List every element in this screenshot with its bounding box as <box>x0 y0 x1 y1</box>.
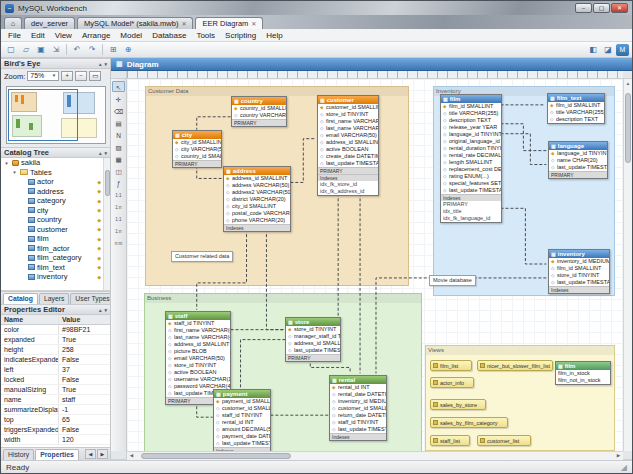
property-row-name[interactable]: namestaff <box>1 395 110 405</box>
table-city[interactable]: ▦city◆city_id SMALLINT◇city VARCHAR(50)◇… <box>172 130 222 168</box>
routine-group-film[interactable]: ▦filmfilm_in_stockfilm_not_in_stock <box>555 361 611 385</box>
table-header[interactable]: ▦store <box>286 318 340 326</box>
note-customer-related-data[interactable]: Customer related data <box>171 251 233 262</box>
horizontal-scrollbar[interactable]: ◀ ▶ <box>127 451 623 460</box>
tab-history[interactable]: History <box>3 449 34 460</box>
tree-table-customer[interactable]: customer◆ <box>1 225 110 235</box>
export-icon[interactable]: ⇲ <box>49 43 63 56</box>
table-header[interactable]: ▦address <box>224 167 290 175</box>
tree-table-city[interactable]: city◆ <box>1 206 110 216</box>
table-header[interactable]: ▦inventory <box>549 250 609 258</box>
table-country[interactable]: ▦country◆country_id SMALLINT◇country VAR… <box>231 96 287 127</box>
tab-catalog[interactable]: Catalog <box>3 293 38 304</box>
menu-edit[interactable]: Edit <box>26 29 50 42</box>
new-document-icon[interactable]: ▢ <box>4 43 18 56</box>
property-row-locked[interactable]: lockedFalse <box>1 375 110 385</box>
collapse-icon[interactable]: ▴ <box>99 307 102 313</box>
view-customer-list[interactable]: customer_list <box>477 435 531 446</box>
tree-folder-tables[interactable]: ▾Tables <box>1 168 110 178</box>
table-film[interactable]: ▦film◆film_id SMALLINT◇title VARCHAR(255… <box>440 94 502 223</box>
table-header[interactable]: ▦customer <box>318 96 378 104</box>
tab-scroll-right-icon[interactable]: ▶ <box>97 449 108 459</box>
table-address[interactable]: ▦address◆address_id SMALLINT◇address VAR… <box>223 166 291 232</box>
menu-scripting[interactable]: Scripting <box>220 29 261 42</box>
table-film-text[interactable]: ▦film_text◆film_id SMALLINT◇title VARCHA… <box>547 93 605 124</box>
rel-1-n-identifying-tool[interactable]: 1:n <box>112 225 125 236</box>
resize-grip[interactable]: ◢ <box>621 463 627 472</box>
tree-table-actor[interactable]: actor◆ <box>1 177 110 187</box>
table-header[interactable]: ▦film <box>556 362 610 370</box>
view-film-list[interactable]: film_list <box>430 360 472 371</box>
app-tab-mysql-model-sakila-mwb[interactable]: MySQL Model* (sakila.mwb)✕ <box>77 17 193 29</box>
properties-panel-header[interactable]: Properties Editor ▴▾ <box>1 304 110 315</box>
property-row-triggersexpanded[interactable]: triggersExpandedFalse <box>1 425 110 435</box>
catalog-tree-scrollbar[interactable] <box>103 158 110 290</box>
table-header[interactable]: ▦country <box>232 97 286 105</box>
tree-table-film[interactable]: film◆ <box>1 234 110 244</box>
property-row-width[interactable]: width120 <box>1 435 110 445</box>
image-tool[interactable]: ▨ <box>112 141 125 152</box>
mysql-logo-icon[interactable]: M <box>616 44 629 56</box>
eraser-tool[interactable]: ⌫ <box>112 105 125 116</box>
toggle-sidebar-icon[interactable]: ◧ <box>586 43 600 56</box>
tab-scroll-left-icon[interactable]: ◀ <box>85 449 96 459</box>
table-payment[interactable]: ▦payment◆payment_id SMALLINT◇customer_id… <box>213 389 271 451</box>
menu-arrange[interactable]: Arrange <box>77 29 115 42</box>
tab-layers[interactable]: Layers <box>39 293 69 304</box>
menu-file[interactable]: File <box>3 29 26 42</box>
undo-icon[interactable]: ↶ <box>70 43 84 56</box>
scrollbar-thumb[interactable] <box>141 453 291 459</box>
property-row-summarizedisplay[interactable]: summarizeDisplay-1 <box>1 405 110 415</box>
note-movie-database[interactable]: Movie database <box>429 275 476 286</box>
property-row-manualsizing[interactable]: manualSizingTrue <box>1 385 110 395</box>
table-store[interactable]: ▦store◆store_id TINYINT◇manager_staff_id… <box>285 317 341 362</box>
view-sales-by-store[interactable]: sales_by_store <box>430 399 486 410</box>
maximize-button[interactable]: ▢ <box>593 3 610 13</box>
table-inventory[interactable]: ▦inventory◆inventory_id MEDIUMINT◇film_i… <box>548 249 610 294</box>
scroll-up-icon[interactable]: ▲ <box>624 79 632 88</box>
tree-table-inventory[interactable]: inventory◆ <box>1 272 110 282</box>
scrollbar-thumb[interactable] <box>105 170 110 196</box>
property-row-indicatesexpanded[interactable]: indicatesExpandedFalse <box>1 355 110 365</box>
table-header[interactable]: ▦film_text <box>548 94 604 102</box>
close-button[interactable]: ✕ <box>611 3 628 13</box>
view-staff-list[interactable]: staff_list <box>430 435 470 446</box>
menu-database[interactable]: Database <box>147 29 191 42</box>
view-sales-by-film-category[interactable]: sales_by_film_category <box>430 417 508 428</box>
menu-model[interactable]: Model <box>115 29 147 42</box>
table-tool[interactable]: ▦ <box>112 153 125 164</box>
tree-expander-icon[interactable]: ▾ <box>11 169 18 175</box>
view-tool[interactable]: ◫ <box>112 165 125 176</box>
routine-group-tool[interactable]: ƒ <box>112 177 125 188</box>
expand-icon[interactable]: ▾ <box>104 150 107 156</box>
table-language[interactable]: ▦language◆language_id TINYINT◇name CHAR(… <box>548 141 608 179</box>
table-header[interactable]: ▦city <box>173 131 221 139</box>
scroll-right-icon[interactable]: ▶ <box>614 452 623 460</box>
scrollbar-thumb[interactable] <box>625 93 631 163</box>
vertical-scrollbar[interactable]: ▲ <box>623 79 632 451</box>
app-tab-eer-diagram[interactable]: EER Diagram✕ <box>195 17 263 29</box>
menu-tools[interactable]: Tools <box>191 29 220 42</box>
expand-icon[interactable]: ▾ <box>104 61 107 67</box>
tree-table-film-text[interactable]: film_text◆ <box>1 263 110 273</box>
close-tab-icon[interactable]: ✕ <box>251 20 256 27</box>
save-model-icon[interactable]: ▣ <box>34 43 48 56</box>
tree-table-category[interactable]: category◆ <box>1 196 110 206</box>
view-nicer-but-slower-film-list[interactable]: nicer_but_slower_film_list <box>477 360 553 371</box>
rel-1-1-non-identifying-tool[interactable]: 1:1 <box>112 189 125 200</box>
tab-user-types[interactable]: User Types <box>70 293 111 304</box>
rel-1-n-non-identifying-tool[interactable]: 1:n <box>112 201 125 212</box>
diagram-canvas[interactable]: Customer DataInventoryBusinessViews ▦cou… <box>127 79 623 451</box>
tree-table-film-category[interactable]: film_category◆ <box>1 253 110 263</box>
table-header[interactable]: ▦payment <box>214 390 270 398</box>
app-tab-dev-server[interactable]: dev_server <box>24 17 75 29</box>
zoom-fit-button[interactable]: ▭ <box>89 71 101 81</box>
table-customer[interactable]: ▦customer◆customer_id SMALLINT◇store_id … <box>317 95 379 196</box>
home-tab[interactable]: ⌂ <box>4 17 22 29</box>
tree-table-address[interactable]: address◆ <box>1 187 110 197</box>
collapse-icon[interactable]: ▴ <box>99 61 102 67</box>
property-row-expanded[interactable]: expandedTrue <box>1 335 110 345</box>
property-row-left[interactable]: left37 <box>1 365 110 375</box>
zoom-icon[interactable]: ⊕ <box>121 43 135 56</box>
table-rental[interactable]: ▦rental◆rental_id INT◇rental_date DATETI… <box>329 375 387 441</box>
